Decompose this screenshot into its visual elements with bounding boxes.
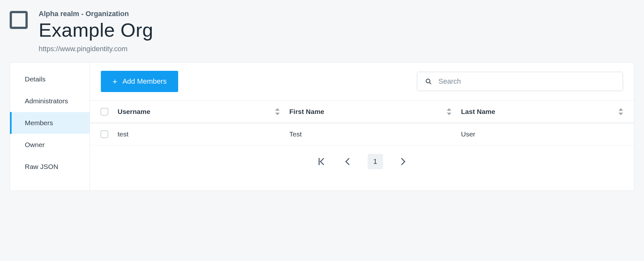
toolbar: + Add Members [90, 62, 634, 100]
page-number: 1 [373, 157, 377, 166]
breadcrumb: Alpha realm - Organization [39, 10, 153, 18]
sidebar-item-members[interactable]: Members [10, 112, 90, 134]
svg-line-1 [430, 83, 431, 84]
sidebar-item-raw-json[interactable]: Raw JSON [10, 156, 90, 178]
search-input[interactable] [438, 77, 615, 86]
column-header-username[interactable]: Username [113, 101, 285, 123]
first-page-icon [319, 158, 326, 165]
page-title: Example Org [39, 20, 153, 40]
column-label: First Name [289, 108, 324, 116]
page-subtitle: https://www.pingidentity.com [39, 45, 153, 53]
table-row[interactable]: test Test User [90, 123, 634, 145]
pager-current-page[interactable]: 1 [368, 154, 383, 169]
content-card: Details Administrators Members Owner Raw… [10, 62, 634, 191]
column-label: Username [118, 108, 150, 116]
sidebar-item-label: Raw JSON [25, 163, 58, 170]
cell-value: test [118, 130, 129, 138]
sidebar: Details Administrators Members Owner Raw… [10, 62, 90, 191]
table-header-row: Username First Name Last Name [90, 101, 634, 123]
sidebar-item-label: Administrators [25, 97, 68, 105]
sidebar-item-label: Members [25, 119, 53, 126]
pager-prev-button[interactable] [341, 154, 357, 169]
sort-icon[interactable] [275, 108, 280, 115]
row-checkbox[interactable] [101, 130, 108, 138]
page-root: Alpha realm - Organization Example Org h… [0, 0, 644, 191]
add-members-label: Add Members [122, 77, 167, 86]
main-panel: + Add Members Username [90, 62, 634, 191]
svg-point-0 [426, 79, 430, 83]
sort-icon[interactable] [619, 108, 624, 115]
search-icon [425, 78, 432, 85]
sort-icon[interactable] [447, 108, 452, 115]
cell-value: User [461, 130, 475, 138]
column-header-last-name[interactable]: Last Name [457, 101, 628, 123]
pager-next-button[interactable] [394, 154, 409, 169]
search-field[interactable] [417, 72, 623, 91]
chevron-left-icon [345, 158, 352, 165]
column-label: Last Name [461, 108, 495, 116]
pagination: 1 [90, 145, 634, 180]
chevron-right-icon [398, 158, 405, 165]
sidebar-item-administrators[interactable]: Administrators [10, 90, 90, 112]
sidebar-item-label: Owner [25, 141, 45, 148]
header-text: Alpha realm - Organization Example Org h… [39, 10, 153, 53]
column-header-first-name[interactable]: First Name [285, 101, 457, 123]
select-all-checkbox[interactable] [101, 108, 108, 116]
pager-first-button[interactable] [315, 154, 330, 169]
cell-value: Test [289, 130, 302, 138]
plus-icon: + [112, 77, 117, 86]
add-members-button[interactable]: + Add Members [101, 71, 178, 92]
sidebar-item-details[interactable]: Details [10, 68, 90, 90]
sidebar-item-owner[interactable]: Owner [10, 134, 90, 156]
members-table: Username First Name Last Name [90, 100, 634, 145]
cell-first-name: Test [285, 123, 457, 145]
page-header: Alpha realm - Organization Example Org h… [10, 10, 634, 62]
cell-username: test [113, 123, 285, 145]
cell-last-name: User [457, 123, 628, 145]
org-square-icon [10, 11, 28, 29]
sidebar-item-label: Details [25, 75, 45, 83]
